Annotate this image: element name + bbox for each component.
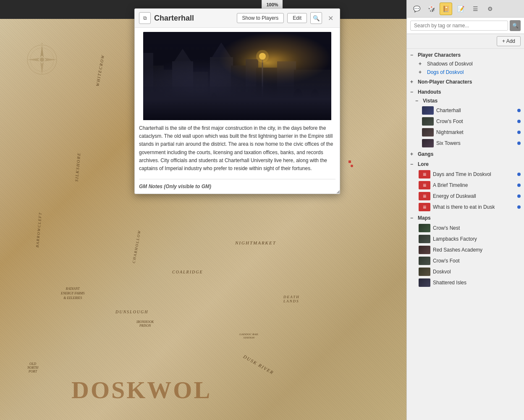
sidebar-top-icons: 💬 🎲 📔 📝 ☰ ⚙	[407, 0, 524, 18]
popup-copy-button[interactable]: ⧉	[139, 12, 151, 24]
journal-icon-button[interactable]: 📔	[440, 3, 452, 15]
sidebar-item-lampbacks[interactable]: Lampbacks Factory	[412, 234, 524, 244]
maps-children: Crow's Nest Lampbacks Factory Red Sashes…	[407, 223, 524, 288]
toggle-handouts: −	[410, 89, 416, 95]
section-lore-label: Lore	[418, 161, 429, 167]
sidebar-search-button[interactable]: 🔍	[510, 20, 521, 31]
section-handouts: − Handouts − Vistas Charterhall	[407, 87, 524, 149]
section-maps: − Maps Crow's Nest Lampbacks Factory Red…	[407, 213, 524, 288]
map-label-whitecrow: WHITECROW	[95, 54, 105, 87]
popup-divider	[139, 179, 335, 179]
crowsnest-label: Crow's Nest	[433, 225, 460, 231]
map-area[interactable]: N WHITECROW SILKSHORE BARROWCLEFT CHARHO…	[0, 0, 406, 420]
timeline-label: A Brief Timeline	[433, 182, 468, 188]
svg-marker-5	[27, 58, 40, 61]
crowsfoot-thumb	[422, 117, 434, 126]
sidebar-item-nightmarket[interactable]: Nightmarket	[415, 127, 524, 138]
popup-header: ⧉ Charterhall Show to Players Edit 🔍 ✕	[135, 9, 340, 28]
sixtowers-thumb	[422, 139, 434, 147]
section-maps-header[interactable]: − Maps	[407, 213, 524, 223]
nightmarket-dot	[517, 131, 521, 134]
nightmarket-thumb	[422, 128, 434, 136]
section-player-characters-header[interactable]: − Player Characters	[407, 50, 524, 60]
sidebar-item-crowsfoot[interactable]: Crow's Foot	[415, 116, 524, 127]
edit-button[interactable]: Edit	[287, 13, 307, 23]
add-entry-button[interactable]: + Add	[497, 36, 521, 46]
compass-rose: N	[25, 43, 59, 76]
toggle-maps: −	[410, 215, 416, 221]
crowsfoot-dot	[517, 120, 521, 123]
chat-icon-button[interactable]: 💬	[410, 3, 423, 15]
sidebar-item-doskvol[interactable]: Doskvol	[412, 266, 524, 277]
svg-marker-6	[44, 58, 57, 61]
sidebar-tree: − Player Characters + Shadows of Doskvol…	[407, 49, 524, 420]
days-dot	[517, 173, 521, 176]
popup-close-button[interactable]: ✕	[325, 13, 335, 23]
sidebar-item-crows-nest[interactable]: Crow's Nest	[412, 223, 524, 234]
days-icon	[419, 170, 430, 178]
toggle-gangs: +	[410, 151, 416, 157]
sidebar-item-energy[interactable]: Energy of Duskwall	[412, 191, 524, 202]
crowsfoot-map-thumb	[419, 257, 430, 265]
settings-icon-button[interactable]: ⚙	[484, 3, 496, 15]
sidebar-item-red-sashes[interactable]: Red Sashes Academy	[412, 244, 524, 255]
sixtowers-label: Six Towers	[436, 140, 461, 146]
section-gangs-label: Gangs	[418, 151, 433, 157]
map-label-dunslough: DUNSLOUGH	[115, 310, 149, 314]
svg-text:N: N	[41, 43, 43, 45]
charterhall-dot	[517, 109, 521, 112]
shattered-label: Shattered Isles	[433, 280, 466, 286]
vistas-children: Charterhall Crow's Foot Nightmarket	[412, 105, 524, 149]
sixtowers-dot	[517, 142, 521, 145]
svg-marker-4	[40, 62, 44, 74]
text-icon-button[interactable]: 📝	[454, 3, 467, 15]
timeline-dot	[517, 184, 521, 187]
subsection-vistas-header[interactable]: − Vistas	[412, 97, 524, 105]
sidebar-item-shattered-isles[interactable]: Shattered Isles	[412, 277, 524, 288]
charterhall-label: Charterhall	[436, 108, 461, 113]
map-label-oldnorth: OldNorthPort	[27, 362, 38, 373]
sidebar-item-charterhall[interactable]: Charterhall	[415, 105, 524, 116]
section-player-characters-label: Player Characters	[418, 52, 461, 58]
map-label-silkshore: SILKSHORE	[74, 152, 81, 182]
popup-search-button[interactable]: 🔍	[310, 12, 322, 24]
sidebar-item-sixtowers[interactable]: Six Towers	[415, 138, 524, 149]
map-label-barrowcleft: BARROWCLEFT	[35, 212, 42, 248]
map-label-gaddoc: Gaddoc RailStation	[239, 333, 259, 339]
energy-icon	[419, 192, 430, 200]
food-dot	[517, 205, 521, 209]
shattered-thumb	[419, 278, 430, 287]
section-player-characters: − Player Characters + Shadows of Doskvol…	[407, 50, 524, 76]
list-icon-button[interactable]: ☰	[469, 3, 482, 15]
section-maps-label: Maps	[418, 215, 431, 221]
section-lore-header[interactable]: − Lore	[407, 160, 524, 169]
section-handouts-header[interactable]: − Handouts	[407, 87, 524, 97]
sidebar-item-days[interactable]: Days and Time in Doskvol	[412, 169, 524, 180]
sidebar-item-timeline[interactable]: A Brief Timeline	[412, 180, 524, 191]
map-label-ironhook: IronhookPrison	[136, 320, 154, 328]
sidebar-search-input[interactable]	[410, 21, 508, 31]
section-npc: + Non-Player Characters	[407, 77, 524, 87]
show-to-players-button[interactable]: Show to Players	[237, 13, 284, 23]
sidebar-item-food[interactable]: What is there to eat in Dusk	[412, 202, 524, 213]
map-marker-1	[348, 160, 351, 163]
popup-title: Charterhall	[154, 14, 233, 23]
timeline-icon	[419, 181, 430, 189]
map-label-nightmarket: NIGHTMARKET	[235, 240, 276, 245]
sidebar-add-section: + Add	[407, 34, 524, 49]
map-label-charhollow: CHARHOLLOW	[131, 229, 141, 263]
sidebar-item-shadows[interactable]: + Shadows of Doskvol	[412, 60, 524, 68]
food-icon	[419, 203, 430, 211]
sidebar-item-crows-foot-map[interactable]: Crow's Foot	[412, 255, 524, 266]
popup-resize-handle[interactable]: ◢	[335, 189, 340, 194]
crowsnest-thumb	[419, 224, 430, 232]
crowsfoot-label: Crow's Foot	[436, 118, 463, 124]
toggle-npc: +	[410, 79, 416, 85]
map-label-coalridge: COALRIDGE	[172, 270, 203, 274]
sidebar-item-dogs[interactable]: + Dogs of Doskvol	[412, 68, 524, 76]
dice-icon-button[interactable]: 🎲	[425, 3, 438, 15]
section-gangs-header[interactable]: + Gangs	[407, 150, 524, 159]
section-npc-header[interactable]: + Non-Player Characters	[407, 77, 524, 87]
section-lore: − Lore Days and Time in Doskvol A Brief …	[407, 160, 524, 213]
energy-label: Energy of Duskwall	[433, 193, 476, 199]
